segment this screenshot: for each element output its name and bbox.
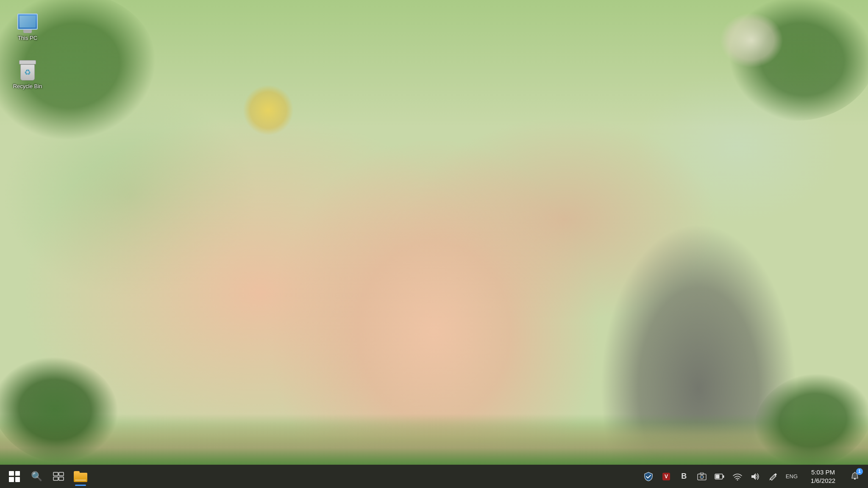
win-tile-1 bbox=[9, 471, 14, 476]
start-button[interactable] bbox=[3, 466, 25, 488]
camera-icon bbox=[697, 472, 707, 481]
notification-button[interactable]: 1 bbox=[845, 466, 865, 488]
win-tile-2 bbox=[15, 471, 20, 476]
language-text: ENG bbox=[786, 473, 798, 480]
recycle-bin-graphic: ♻ bbox=[17, 59, 38, 80]
this-pc-label: This PC bbox=[18, 35, 37, 42]
search-icon: 🔍 bbox=[31, 471, 42, 482]
pen-stylus-tray-icon[interactable] bbox=[765, 467, 782, 486]
cat-character-top-right bbox=[720, 13, 783, 68]
windows-logo-icon bbox=[9, 471, 20, 482]
desktop-icons: This PC ♻ Recycle Bin bbox=[8, 8, 47, 92]
taskbar: 🔍 bbox=[0, 465, 868, 488]
shield-icon bbox=[644, 472, 653, 481]
clock-area[interactable]: 5:03 PM 1/6/2022 bbox=[802, 465, 844, 488]
svg-point-13 bbox=[737, 479, 738, 480]
svg-rect-2 bbox=[53, 477, 58, 480]
clock-time: 5:03 PM bbox=[811, 468, 835, 477]
recycle-arrows-icon: ♻ bbox=[24, 68, 31, 77]
folder-body bbox=[74, 473, 87, 482]
svg-rect-11 bbox=[715, 474, 719, 478]
svg-rect-0 bbox=[53, 472, 58, 476]
stylus-icon bbox=[768, 472, 778, 481]
svg-marker-14 bbox=[751, 473, 756, 480]
svg-rect-3 bbox=[59, 477, 64, 480]
svg-text:V: V bbox=[665, 474, 668, 480]
svg-rect-8 bbox=[700, 473, 704, 474]
bottom-overflow bbox=[0, 422, 868, 465]
chick-character bbox=[243, 85, 294, 136]
search-button[interactable]: 🔍 bbox=[25, 466, 47, 488]
recycle-lid bbox=[19, 60, 36, 64]
folder-highlight bbox=[75, 480, 86, 481]
svg-point-9 bbox=[701, 476, 702, 477]
task-view-button[interactable] bbox=[47, 466, 70, 488]
battery-tray-icon[interactable] bbox=[711, 467, 728, 486]
active-app-indicator bbox=[75, 485, 86, 486]
language-indicator[interactable]: ENG bbox=[782, 467, 801, 486]
clock-date: 1/6/2022 bbox=[811, 477, 835, 485]
monitor-screen bbox=[19, 16, 36, 28]
capture-tray-icon[interactable] bbox=[693, 467, 710, 486]
font-tray-icon[interactable]: B bbox=[676, 467, 693, 486]
bold-b-icon: B bbox=[681, 472, 687, 481]
monitor-icon bbox=[17, 14, 38, 30]
win-tile-3 bbox=[9, 477, 14, 482]
this-pc-icon[interactable]: This PC bbox=[8, 8, 47, 44]
recycle-body: ♻ bbox=[20, 64, 35, 80]
recycle-bin-visual: ♻ bbox=[19, 59, 36, 80]
desktop: This PC ♻ Recycle Bin bbox=[0, 0, 868, 488]
this-pc-graphic bbox=[17, 11, 38, 32]
task-view-svg bbox=[53, 472, 64, 481]
vpn-icon: V bbox=[662, 472, 670, 481]
svg-rect-12 bbox=[723, 475, 724, 478]
svg-rect-15 bbox=[854, 478, 856, 480]
win-tile-4 bbox=[15, 477, 20, 482]
recycle-bin-icon[interactable]: ♻ Recycle Bin bbox=[8, 57, 47, 92]
recycle-bin-label: Recycle Bin bbox=[13, 83, 42, 90]
wifi-icon bbox=[733, 473, 742, 480]
volume-icon bbox=[751, 472, 760, 481]
svg-rect-1 bbox=[59, 472, 64, 476]
battery-icon bbox=[715, 473, 725, 480]
folder-icon bbox=[74, 471, 87, 482]
system-tray: V B bbox=[640, 465, 865, 488]
file-explorer-taskbar-icon[interactable] bbox=[70, 466, 92, 488]
vpn-tray-icon[interactable]: V bbox=[658, 467, 675, 486]
notification-badge: 1 bbox=[856, 468, 863, 475]
wifi-tray-icon[interactable] bbox=[729, 467, 746, 486]
task-view-icon bbox=[53, 472, 64, 481]
windows-security-tray-icon[interactable] bbox=[640, 467, 657, 486]
volume-tray-icon[interactable] bbox=[747, 467, 764, 486]
